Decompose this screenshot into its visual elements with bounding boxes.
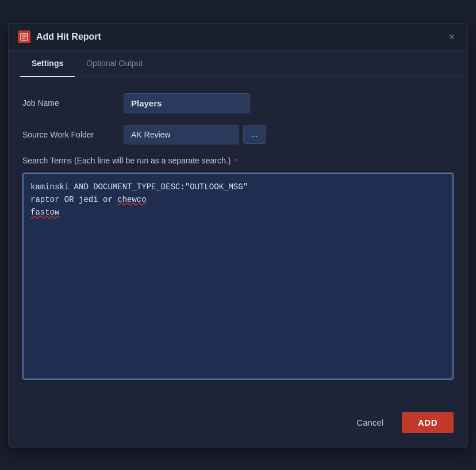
dialog-title-left: Add Hit Report — [18, 30, 101, 43]
close-button[interactable]: × — [445, 30, 458, 43]
source-folder-input[interactable] — [124, 125, 239, 144]
search-terms-label: Search Terms (Each line will be run as a… — [22, 156, 454, 166]
dialog: Add Hit Report × Settings Optional Outpu… — [8, 23, 468, 448]
job-name-label: Job Name — [22, 98, 114, 108]
browse-button[interactable]: ... — [243, 125, 266, 144]
cancel-button[interactable]: Cancel — [345, 412, 395, 433]
dialog-footer: Cancel ADD — [9, 403, 467, 447]
job-name-row: Job Name — [22, 93, 454, 113]
source-folder-inputs: ... — [124, 125, 266, 144]
dialog-overlay: Add Hit Report × Settings Optional Outpu… — [0, 0, 476, 470]
search-line-3: fastow — [30, 206, 446, 219]
source-folder-row: Source Work Folder ... — [22, 125, 454, 144]
dialog-title: Add Hit Report — [36, 32, 101, 42]
search-terms-textarea[interactable]: kaminski AND DOCUMENT_TYPE_DESC:"OUTLOOK… — [22, 173, 454, 380]
tab-optional-output[interactable]: Optional Output — [75, 51, 154, 77]
required-indicator: * — [234, 156, 237, 166]
dialog-body: Job Name Source Work Folder ... Search T… — [9, 77, 467, 403]
dialog-tabs: Settings Optional Output — [9, 51, 467, 77]
search-terms-section: Search Terms (Each line will be run as a… — [22, 156, 454, 380]
job-name-input[interactable] — [124, 93, 250, 113]
add-button[interactable]: ADD — [402, 412, 454, 433]
spell-error-chewco: chewco — [117, 195, 146, 204]
spell-error-fastow: fastow — [30, 208, 59, 217]
dialog-titlebar: Add Hit Report × — [9, 24, 467, 51]
tab-settings[interactable]: Settings — [20, 51, 75, 77]
search-line-1: kaminski AND DOCUMENT_TYPE_DESC:"OUTLOOK… — [30, 181, 446, 193]
search-line-2: raptor OR jedi or chewco — [30, 193, 446, 206]
source-folder-label: Source Work Folder — [22, 130, 114, 139]
report-icon — [18, 30, 30, 43]
